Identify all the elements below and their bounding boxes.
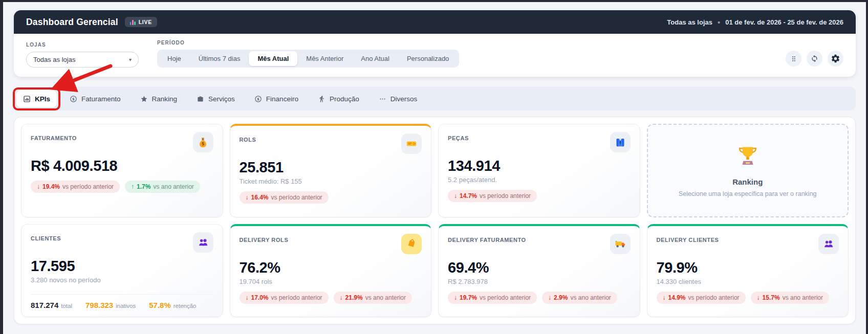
delta-badge: ↓ 15.7% vs ano anterior	[751, 292, 829, 304]
kpi-panel: FATURAMENTO $ R$ 4.009.518 ↓ 19.4% vs pe…	[14, 117, 856, 324]
delta-badge: ↓ 17.0% vs período anterior	[240, 292, 329, 304]
period-segmented-control: Hoje Últimos 7 dias Mês Atual Mês Anteri…	[157, 50, 459, 68]
period-label: PERÍODO	[157, 40, 459, 46]
people-icon	[193, 232, 213, 253]
drag-grid-icon[interactable]	[786, 51, 801, 66]
mini-bar-chart-icon	[130, 20, 136, 25]
card-ranking-placeholder: Ranking Selecione uma loja específica pa…	[647, 124, 849, 217]
card-subtitle: Ticket médio: R$ 155	[240, 177, 422, 185]
card-delivery-faturamento: DELIVERY FATURAMENTO 69.4% R$ 2.783.978 …	[438, 224, 640, 318]
truck-icon	[610, 234, 631, 254]
down-arrow-icon: ↓	[454, 192, 457, 199]
delta-badge: ↑ 1.7% vs ano anterior	[125, 181, 200, 193]
chevron-down-icon: ▾	[129, 57, 132, 62]
card-value: 134.914	[448, 158, 631, 174]
period-option-mes-anterior[interactable]: Mês Anterior	[297, 51, 352, 66]
stores-label: LOJAS	[26, 42, 139, 48]
money-bag-icon: $	[193, 132, 213, 152]
period-option-ultimos-7-dias[interactable]: Últimos 7 dias	[190, 51, 249, 66]
live-badge-label: LIVE	[139, 19, 153, 25]
card-pecas: PEÇAS 134.914 5.2 peças/atend. ↓ 14.7% v…	[438, 124, 640, 217]
live-badge: LIVE	[125, 17, 157, 27]
card-value: R$ 4.009.518	[31, 158, 213, 174]
period-option-personalizado[interactable]: Personalizado	[398, 51, 458, 66]
down-arrow-icon: ↓	[548, 294, 551, 301]
star-icon	[140, 95, 148, 103]
tab-financeiro[interactable]: $ Financeiro	[248, 91, 305, 107]
kpi-grid: FATURAMENTO $ R$ 4.009.518 ↓ 19.4% vs pe…	[21, 124, 849, 317]
header-card: Dashboard Gerencial LIVE Todas as lojas …	[14, 10, 856, 77]
tab-label: Diversos	[390, 95, 418, 103]
tab-kpis[interactable]: KPIs	[16, 91, 57, 107]
trophy-icon	[735, 144, 760, 170]
card-value: 76.2%	[240, 259, 422, 276]
card-title: CLIENTES	[31, 232, 61, 241]
ranking-message: Selecione uma loja específica para ver o…	[679, 190, 817, 197]
down-arrow-icon: ↓	[37, 183, 40, 190]
period-option-mes-atual[interactable]: Mês Atual	[249, 51, 297, 66]
down-arrow-icon: ↓	[663, 294, 666, 301]
card-rols: ROLS 25.851 Ticket médio: R$ 155 ↓ 16.4%…	[230, 124, 432, 217]
stat-total: 817.274 total	[31, 301, 72, 309]
store-select-value: Todas as lojas	[33, 56, 75, 63]
card-value: 25.851	[240, 159, 422, 176]
delta-badge: ↓ 14.7% vs período anterior	[448, 190, 537, 202]
card-subtitle: R$ 2.783.978	[448, 278, 631, 285]
dollar-circle-icon: $	[254, 95, 262, 103]
tab-label: Financeiro	[266, 95, 298, 103]
card-title: DELIVERY ROLS	[240, 234, 289, 243]
down-arrow-icon: ↓	[340, 294, 343, 301]
card-clientes: CLIENTES 17.595 3.280 novos no período 8…	[21, 224, 223, 318]
tab-producao[interactable]: Produção	[311, 91, 366, 107]
delta-badge: ↓ 19.7% vs período anterior	[448, 292, 537, 304]
tab-label: Ranking	[152, 95, 178, 103]
header-scope: Todas as lojas	[667, 18, 712, 26]
svg-text:$: $	[202, 141, 205, 146]
tag-icon	[401, 234, 422, 254]
delta-badge: ↓ 16.4% vs período anterior	[240, 191, 329, 204]
card-title: DELIVERY CLIENTES	[657, 234, 719, 243]
down-arrow-icon: ↓	[454, 294, 457, 301]
header-context: Todas as lojas • 01 de fev. de 2026 - 25…	[667, 18, 843, 27]
svg-text:$: $	[257, 97, 259, 101]
up-arrow-icon: ↑	[131, 183, 134, 190]
ranking-title: Ranking	[732, 177, 763, 186]
card-delivery-rols: DELIVERY ROLS 76.2% 19.704 rols ↓ 17.0% …	[230, 224, 432, 318]
period-option-hoje[interactable]: Hoje	[159, 51, 190, 66]
tab-label: Produção	[330, 95, 359, 103]
briefcase-icon	[197, 95, 204, 103]
page-title: Dashboard Gerencial	[26, 17, 118, 28]
tab-ranking[interactable]: Ranking	[134, 91, 184, 107]
period-option-ano-atual[interactable]: Ano Atual	[352, 51, 398, 66]
card-subtitle: 3.280 novos no período	[31, 276, 213, 284]
tab-label: Faturamento	[81, 95, 121, 103]
refresh-icon[interactable]	[807, 51, 822, 66]
dashboard-page: Dashboard Gerencial LIVE Todas as lojas …	[3, 2, 866, 334]
filter-bar: LOJAS Todas as lojas ▾ PERÍODO Hoje Últi…	[14, 34, 856, 77]
app-header: Dashboard Gerencial LIVE Todas as lojas …	[14, 10, 856, 34]
separator-dot: •	[718, 18, 720, 27]
svg-text:$: $	[72, 97, 75, 101]
card-subtitle: 19.704 rols	[240, 278, 422, 285]
tab-diversos[interactable]: Diversos	[372, 91, 424, 107]
store-select[interactable]: Todas as lojas ▾	[26, 52, 139, 68]
period-filter-group: PERÍODO Hoje Últimos 7 dias Mês Atual Mê…	[157, 40, 459, 68]
tab-label: Serviços	[208, 95, 235, 103]
down-arrow-icon: ↓	[246, 294, 249, 301]
down-arrow-icon: ↓	[246, 194, 249, 201]
section-tabs: KPIs $ Faturamento Ranking Serviços $ F	[14, 87, 856, 110]
card-subtitle: 14.330 clientes	[657, 278, 839, 285]
card-subtitle: 5.2 peças/atend.	[448, 176, 631, 184]
clientes-footer-stats: 817.274 total 798.323 inativos 57.8% ret…	[31, 294, 213, 309]
bar-chart-square-icon	[23, 95, 31, 103]
dollar-circle-icon: $	[70, 95, 77, 103]
card-title: FATURAMENTO	[31, 132, 77, 141]
person-icon	[318, 95, 326, 103]
tab-faturamento[interactable]: $ Faturamento	[63, 91, 127, 107]
card-title: ROLS	[240, 133, 256, 143]
settings-gear-icon[interactable]	[828, 51, 843, 66]
card-value: 79.9%	[657, 259, 839, 276]
stores-filter-group: LOJAS Todas as lojas ▾	[26, 42, 139, 68]
tab-servicos[interactable]: Serviços	[190, 91, 242, 107]
card-value: 69.4%	[448, 259, 631, 276]
